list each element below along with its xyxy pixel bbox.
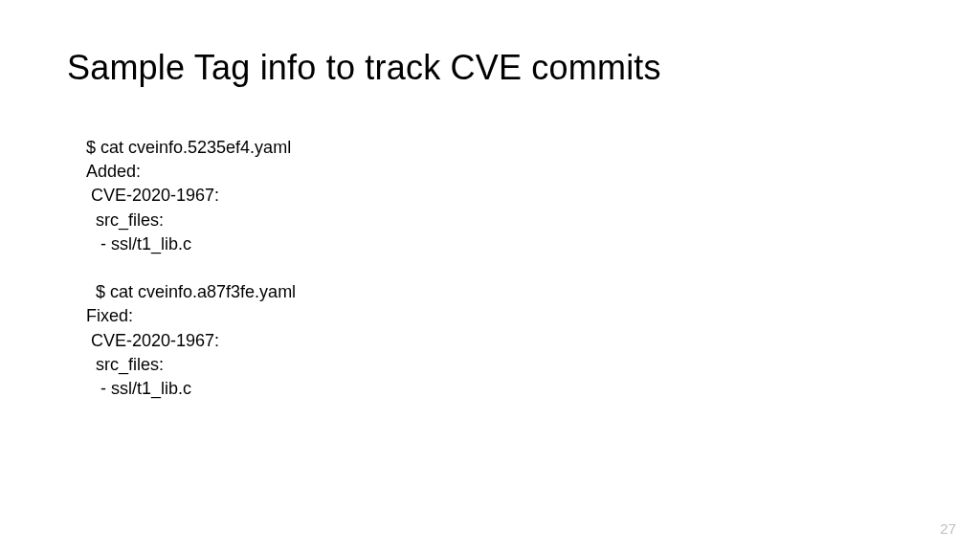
- code-line: - ssl/t1_lib.c: [86, 232, 913, 256]
- blank-line: [86, 256, 913, 280]
- code-line: CVE-2020-1967:: [86, 329, 913, 353]
- code-line: src_files:: [86, 209, 913, 232]
- code-line: src_files:: [86, 353, 913, 377]
- code-line: - ssl/t1_lib.c: [86, 377, 913, 401]
- slide: Sample Tag info to track CVE commits $ c…: [0, 0, 980, 551]
- code-line: Fixed:: [86, 304, 913, 328]
- code-line: CVE-2020-1967:: [86, 184, 913, 208]
- page-number: 27: [940, 520, 956, 537]
- slide-title: Sample Tag info to track CVE commits: [67, 48, 913, 88]
- code-line: $ cat cveinfo.a87f3fe.yaml: [86, 280, 913, 304]
- code-line: Added:: [86, 160, 913, 184]
- code-line: $ cat cveinfo.5235ef4.yaml: [86, 136, 913, 160]
- slide-content: $ cat cveinfo.5235ef4.yaml Added: CVE-20…: [67, 136, 913, 401]
